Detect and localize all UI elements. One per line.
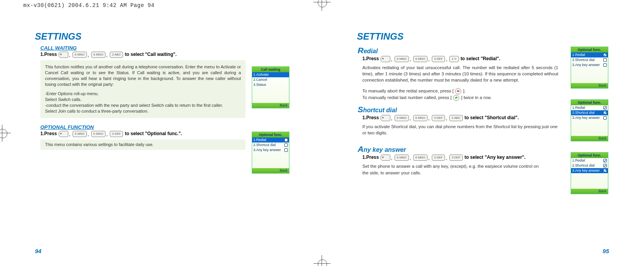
softkey-icon (59, 131, 68, 137)
softkey-icon (381, 155, 390, 161)
mock-redial: Optional func. 1.Redial 2.Shortcut dial … (571, 47, 608, 89)
desc-shortcut: If you activate Shortcut dial, you can d… (362, 123, 558, 136)
right-text-column: Redial 1.Press , 6 MNO, 6 MNO, 3 DEF, 1 … (357, 46, 555, 176)
mock-row-shortcut: 2.Shortcut dial (571, 57, 608, 63)
mock-shortcut: Optional func. 1.Redial 2.Shortcut dial … (571, 99, 608, 141)
mock-row-shortcut: 2.Shortcut dial (571, 163, 608, 168)
key-6: 6 MNO (413, 56, 428, 62)
key-6: 6 MNO (395, 56, 409, 62)
key-3: 3 DEF (432, 56, 445, 62)
mock-back-label: Back (571, 83, 608, 88)
mock-row-anykey: 3.Any key answer (252, 148, 289, 153)
mock-row-cancel: 2.Cancel (252, 77, 289, 82)
press-line-call-waiting: 1.Press , 6 MNO, 6 MNO, 2 ABC to select … (40, 52, 246, 58)
page-95: SETTINGS Optional func. 1.Redial 2.Short… (322, 0, 644, 266)
mock-back-label: Back (252, 168, 289, 173)
mock-row-redial: 1.Redial (571, 52, 608, 57)
mock-row-anykey: 3.Any key answer (571, 115, 608, 120)
mock-back-label: Back (571, 136, 608, 141)
mock-row-shortcut: 2.Shortcut dial (571, 110, 608, 115)
mock-back-label: Back (571, 189, 608, 194)
talk-key-icon (453, 95, 459, 101)
press-prefix: 1.Press (40, 131, 57, 136)
mock-row-activate: 1.Activate (252, 72, 289, 77)
key-1: 1 ∞ (449, 56, 459, 62)
optional-func-body: 1.Press , 6 MNO, 6 MNO, 3 DEF to select … (35, 131, 246, 153)
page-94: SETTINGS CALL WAITING 1.Press , 6 MNO, 6… (0, 0, 322, 266)
page-number-right: 95 (602, 248, 609, 254)
press-suffix: to select "Optional func.". (125, 131, 182, 136)
mock-row-anykey: 3.Any key answer (571, 63, 608, 68)
mock-title: Optional func. (252, 132, 289, 137)
page-number-left: 94 (35, 248, 42, 254)
key-6: 6 MNO (91, 131, 106, 137)
key-3: 3 DEF (449, 155, 463, 161)
manual-line: To manually redial last number called, p… (362, 95, 453, 100)
press-prefix: 1.Press (362, 155, 379, 160)
abort-line: To manually abort the redial sequence, p… (362, 89, 455, 93)
mock-row-anykey: 3.Any key answer (571, 168, 608, 173)
key-6: 6 MNO (395, 155, 409, 161)
key-3: 3 DEF (432, 115, 445, 121)
desc-call-waiting: This function notifies you of another ca… (40, 60, 246, 118)
heading-call-waiting: CALL WAITING (40, 45, 287, 51)
press-line-redial: 1.Press , 6 MNO, 6 MNO, 3 DEF, 1 ∞ to se… (362, 56, 555, 62)
section-title-left: SETTINGS (35, 31, 287, 42)
key-6: 6 MNO (413, 155, 428, 161)
desc-p1: This function notifies you of another ca… (45, 64, 241, 87)
mock-row-status: 3.Status (252, 82, 289, 87)
key-3: 3 DEF (110, 131, 123, 137)
press-suffix: to select "Redial". (460, 56, 500, 61)
mock-row-shortcut: 2.Shortcut dial (252, 143, 289, 148)
desc-anykey: Set the phone to answer a call with any … (362, 163, 541, 176)
desc-redial-keys: To manually abort the redial sequence, p… (362, 88, 558, 101)
mock-anykey: Optional func. 1.Redial 2.Shortcut dial … (571, 152, 608, 194)
press-line-optional: 1.Press , 6 MNO, 6 MNO, 3 DEF to select … (40, 131, 246, 137)
key-6: 6 MNO (413, 115, 428, 121)
mock-title: Optional func. (571, 47, 608, 52)
mock-row-redial: 1.Redial (571, 158, 608, 163)
end-key-icon (455, 88, 461, 94)
key-6: 6 MNO (91, 52, 106, 58)
desc-optional: This menu contains various settings to f… (40, 139, 246, 150)
heading-shortcut: Shortcut dial (358, 105, 555, 114)
press-prefix: 1.Press (40, 52, 57, 57)
mock-back-label: Back (252, 103, 289, 108)
softkey-icon (381, 115, 390, 121)
key-2: 2 ABC (449, 115, 463, 121)
call-waiting-body: 1.Press , 6 MNO, 6 MNO, 2 ABC to select … (35, 52, 246, 121)
heading-optional-func: OPTIONAL FUNCTION (40, 124, 287, 130)
key-3: 3 DEF (432, 155, 445, 161)
mock-row-redial: 1.Redial (252, 137, 289, 143)
desc-redial: Activates redialing of your last unsucce… (362, 64, 558, 83)
press-line-anykey: 1.Press , 6 MNO, 6 MNO, 3 DEF, 3 DEF to … (362, 155, 555, 161)
heading-redial: Redial (358, 46, 555, 55)
mock-title: Optional func. (571, 100, 608, 105)
press-prefix: 1.Press (362, 115, 379, 120)
mock-row-redial: 1.Redial (571, 105, 608, 110)
mock-title: Call waiting (252, 67, 289, 72)
spread: mx-v30(0621) 2004.6.21 9:42 AM Page 94 S… (0, 0, 644, 266)
press-suffix: to select "Call waiting". (125, 52, 177, 57)
press-suffix: to select "Any key answer". (464, 155, 525, 160)
softkey-icon (381, 56, 390, 62)
softkey-icon (59, 52, 68, 58)
mock-optional-func: Optional func. 1.Redial 2.Shortcut dial … (252, 132, 289, 174)
right-mock-column: Optional func. 1.Redial 2.Shortcut dial … (571, 47, 608, 198)
key-6: 6 MNO (73, 52, 87, 58)
press-suffix: to select "Shortcut dial". (464, 115, 519, 120)
desc-p2: -Enter Options roll-up menu. Select Swit… (45, 91, 241, 114)
mock-title: Optional func. (571, 153, 608, 158)
key-6: 6 MNO (395, 115, 409, 121)
key-6: 6 MNO (73, 131, 87, 137)
mock-call-waiting: Call waiting 1.Activate 2.Cancel 3.Statu… (252, 66, 289, 108)
press-line-shortcut: 1.Press , 6 MNO, 6 MNO, 3 DEF, 2 ABC to … (362, 115, 555, 121)
heading-anykey: Any key answer (358, 144, 555, 154)
key-2: 2 ABC (110, 52, 123, 58)
section-title-right: SETTINGS (357, 31, 609, 42)
press-prefix: 1.Press (362, 56, 379, 61)
